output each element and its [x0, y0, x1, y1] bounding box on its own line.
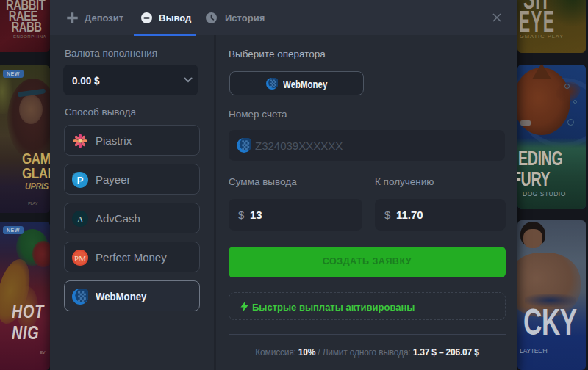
svg-text:A: A: [77, 214, 84, 225]
svg-text:PM: PM: [74, 254, 86, 263]
svg-text:P: P: [77, 175, 84, 186]
